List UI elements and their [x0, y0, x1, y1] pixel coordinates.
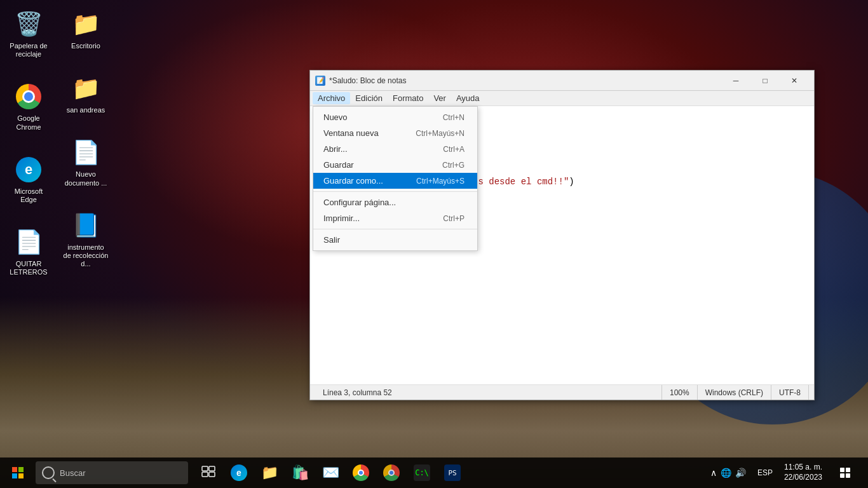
search-input[interactable] — [60, 468, 174, 478]
desktop-icon-label: QUITAR LETREROS — [6, 260, 51, 276]
desktop-icon-quitar-letreros[interactable]: 📄 QUITAR LETREROS — [3, 224, 54, 279]
chrome-icon-1 — [353, 464, 369, 481]
svg-rect-2 — [12, 473, 17, 478]
edge-icon: e — [231, 464, 247, 481]
statusbar-position-section: Línea 3, columna 52 — [315, 385, 662, 400]
menu-archivo[interactable]: Archivo — [313, 92, 350, 104]
svg-rect-1 — [18, 467, 24, 472]
menu-salir[interactable]: Salir — [313, 232, 477, 248]
desktop-icon-label: instrumento de recolección d... — [63, 243, 109, 269]
archivo-dropdown: Nuevo Ctrl+N Ventana nueva Ctrl+Mayús+N … — [313, 106, 478, 251]
svg-rect-10 — [840, 473, 844, 478]
start-button[interactable] — [3, 458, 33, 488]
explorer-icon: 📁 — [260, 463, 279, 482]
desktop-icon-instrumento[interactable]: 📘 instrumento de recolección d... — [60, 208, 111, 271]
taskbar-app-explorer[interactable]: 📁 — [254, 458, 285, 488]
taskbar-app-store[interactable]: 🛍️ — [285, 458, 315, 488]
desktop: 🗑️ Papelera de reciclaje Google Chrome e… — [0, 0, 868, 488]
svg-rect-7 — [209, 472, 215, 477]
taskbar-right: ∧ 🌐 🔊 ESP 11:05 a. m. 22/06/2023 — [705, 458, 865, 488]
notepad-app-icon: 📝 — [315, 76, 325, 86]
statusbar-zoom: 100% — [670, 388, 689, 397]
statusbar-position: Línea 3, columna 52 — [323, 388, 392, 397]
menu-nuevo[interactable]: Nuevo Ctrl+N — [313, 109, 477, 125]
svg-rect-4 — [202, 466, 208, 471]
statusbar-line-endings-section: Windows (CRLF) — [698, 385, 771, 400]
desktop-icon-escritorio[interactable]: 📁 Escritorio — [60, 6, 111, 53]
svg-rect-5 — [209, 466, 215, 471]
maximize-button[interactable]: □ — [750, 71, 780, 91]
desktop-icon-label: Google Chrome — [6, 114, 51, 131]
menu-imprimir[interactable]: Imprimir... Ctrl+P — [313, 210, 477, 226]
titlebar-buttons: ─ □ ✕ — [721, 71, 809, 91]
language-indicator[interactable]: ESP — [754, 468, 776, 477]
desktop-icon-recycle-bin[interactable]: 🗑️ Papelera de reciclaje — [3, 6, 54, 61]
taskbar-app-ps[interactable]: PS — [437, 458, 468, 488]
taskbar-app-mail[interactable]: ✉️ — [315, 458, 346, 488]
taskview-icon — [199, 463, 218, 482]
search-icon — [42, 466, 55, 479]
desktop-icon-label: san andreas — [67, 106, 105, 114]
desktop-icon-google-chrome[interactable]: Google Chrome — [3, 79, 54, 133]
desktop-icon-microsoft-edge[interactable]: e Microsoft Edge — [3, 152, 54, 207]
svg-rect-6 — [202, 472, 208, 477]
taskbar-clock[interactable]: 11:05 a. m. 22/06/2023 — [779, 463, 827, 482]
svg-rect-9 — [846, 468, 850, 472]
taskbar-apps: e 📁 🛍️ ✉️ — [193, 458, 468, 488]
menu-ayuda[interactable]: Ayuda — [451, 92, 485, 104]
svg-rect-11 — [846, 473, 850, 478]
svg-rect-0 — [12, 467, 17, 472]
taskbar: e 📁 🛍️ ✉️ — [0, 458, 868, 488]
tray-chevron[interactable]: ∧ — [710, 468, 717, 478]
desktop-icon-label: Escritorio — [71, 42, 100, 50]
close-button[interactable]: ✕ — [780, 71, 809, 91]
taskbar-app-chrome2[interactable] — [376, 458, 407, 488]
taskbar-app-terminal[interactable]: C:\ — [407, 458, 437, 488]
desktop-icon-label: Microsoft Edge — [6, 187, 51, 204]
desktop-icons-col1: 🗑️ Papelera de reciclaje Google Chrome e… — [3, 6, 54, 280]
mail-icon: ✉️ — [321, 463, 340, 482]
system-tray: ∧ 🌐 🔊 — [705, 468, 751, 478]
notification-button[interactable] — [830, 458, 860, 488]
taskbar-search-box[interactable] — [36, 461, 188, 484]
notepad-statusbar: Línea 3, columna 52 100% Windows (CRLF) … — [310, 384, 814, 400]
network-icon[interactable]: 🌐 — [721, 468, 731, 478]
clock-date: 22/06/2023 — [784, 473, 822, 483]
menu-ver[interactable]: Ver — [428, 92, 451, 104]
statusbar-line-endings: Windows (CRLF) — [705, 388, 763, 397]
svg-rect-3 — [18, 473, 24, 478]
notepad-title: *Saludo: Bloc de notas — [329, 76, 721, 85]
menu-configurar-pagina[interactable]: Configurar página... — [313, 194, 477, 210]
menu-ventana-nueva[interactable]: Ventana nueva Ctrl+Mayús+N — [313, 125, 477, 141]
menu-guardar-como[interactable]: Guardar como... Ctrl+Mayús+S — [313, 173, 477, 189]
desktop-icon-label: Papelera de reciclaje — [6, 42, 51, 58]
statusbar-encoding: UTF-8 — [779, 388, 801, 397]
taskbar-app-chrome1[interactable] — [346, 458, 376, 488]
menu-abrir[interactable]: Abrir... Ctrl+A — [313, 141, 477, 157]
minimize-button[interactable]: ─ — [721, 71, 750, 91]
menu-formato[interactable]: Formato — [388, 92, 428, 104]
taskbar-app-taskview[interactable] — [193, 458, 224, 488]
clock-time: 11:05 a. m. — [784, 463, 822, 473]
menu-edicion[interactable]: Edición — [350, 92, 388, 104]
chrome-icon-2 — [383, 464, 400, 481]
notepad-titlebar[interactable]: 📝 *Saludo: Bloc de notas ─ □ ✕ — [310, 71, 814, 91]
desktop-icon-san-andreas[interactable]: 📁 san andreas — [60, 71, 111, 117]
desktop-icons-col2: 📁 Escritorio 📁 san andreas 📄 Nuevo docum… — [60, 6, 111, 271]
volume-icon[interactable]: 🔊 — [735, 468, 746, 478]
menu-guardar[interactable]: Guardar Ctrl+G — [313, 157, 477, 173]
notepad-window: 📝 *Saludo: Bloc de notas ─ □ ✕ Archivo E… — [309, 70, 815, 400]
desktop-icon-label: Nuevo documento ... — [63, 170, 109, 187]
svg-rect-8 — [840, 468, 844, 472]
terminal-icon: C:\ — [414, 464, 430, 481]
menu-separator-2 — [313, 229, 477, 229]
menu-separator-1 — [313, 191, 477, 192]
store-icon: 🛍️ — [290, 463, 309, 482]
ps-icon: PS — [444, 464, 461, 481]
statusbar-encoding-section: UTF-8 — [771, 385, 809, 400]
desktop-icon-nuevo-documento[interactable]: 📄 Nuevo documento ... — [60, 135, 111, 189]
notepad-menubar: Archivo Edición Formato Ver Ayuda Nuevo … — [310, 91, 814, 106]
taskbar-app-edge[interactable]: e — [224, 458, 254, 488]
statusbar-zoom-section: 100% — [662, 385, 698, 400]
